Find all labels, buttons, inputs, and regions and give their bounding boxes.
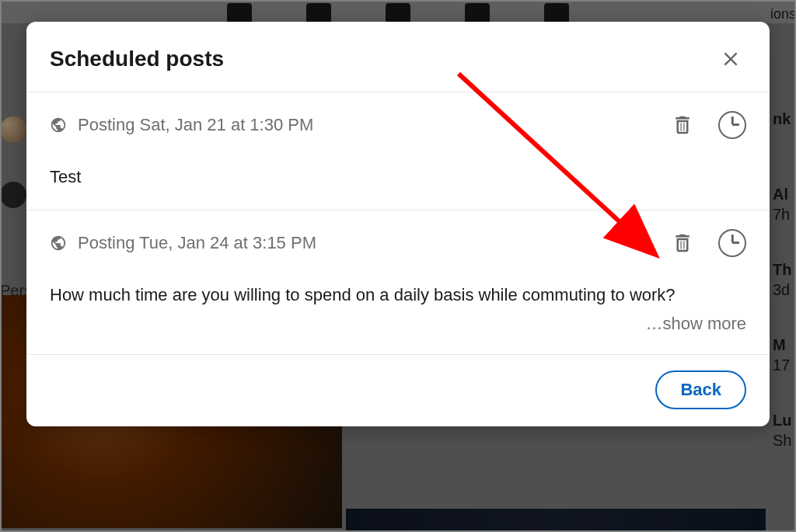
trash-icon xyxy=(671,231,694,255)
modal-footer: Back xyxy=(26,355,770,426)
post-actions xyxy=(669,229,746,257)
modal-title: Scheduled posts xyxy=(50,47,224,71)
post-schedule-text: Posting Tue, Jan 24 at 3:15 PM xyxy=(78,233,316,253)
trash-icon xyxy=(671,113,694,137)
globe-icon xyxy=(50,235,67,252)
post-schedule-meta: Posting Sat, Jan 21 at 1:30 PM xyxy=(50,115,313,135)
modal-header: Scheduled posts xyxy=(26,22,770,92)
delete-button[interactable] xyxy=(669,111,696,139)
back-button[interactable]: Back xyxy=(655,370,746,409)
scheduled-post-item: Posting Tue, Jan 24 at 3:15 PM How much … xyxy=(26,210,770,355)
scheduled-post-item: Posting Sat, Jan 21 at 1:30 PM Test xyxy=(26,92,770,210)
reschedule-button[interactable] xyxy=(718,111,746,139)
globe-icon xyxy=(50,116,67,134)
post-actions xyxy=(669,111,746,139)
show-more-link[interactable]: …show more xyxy=(50,314,746,334)
delete-button[interactable] xyxy=(669,229,696,257)
scheduled-posts-modal: Scheduled posts Posting Sat, Jan 21 at 1… xyxy=(26,22,770,426)
post-item-header: Posting Sat, Jan 21 at 1:30 PM xyxy=(50,111,746,139)
post-schedule-text: Posting Sat, Jan 21 at 1:30 PM xyxy=(78,115,313,135)
close-button[interactable] xyxy=(715,43,746,75)
close-icon xyxy=(721,49,741,69)
post-item-header: Posting Tue, Jan 24 at 3:15 PM xyxy=(50,229,746,257)
post-content: How much time are you willing to spend o… xyxy=(50,282,746,308)
reschedule-button[interactable] xyxy=(718,229,746,257)
post-schedule-meta: Posting Tue, Jan 24 at 3:15 PM xyxy=(50,233,316,253)
post-content: Test xyxy=(50,164,746,190)
modal-overlay: Scheduled posts Posting Sat, Jan 21 at 1… xyxy=(0,0,796,532)
